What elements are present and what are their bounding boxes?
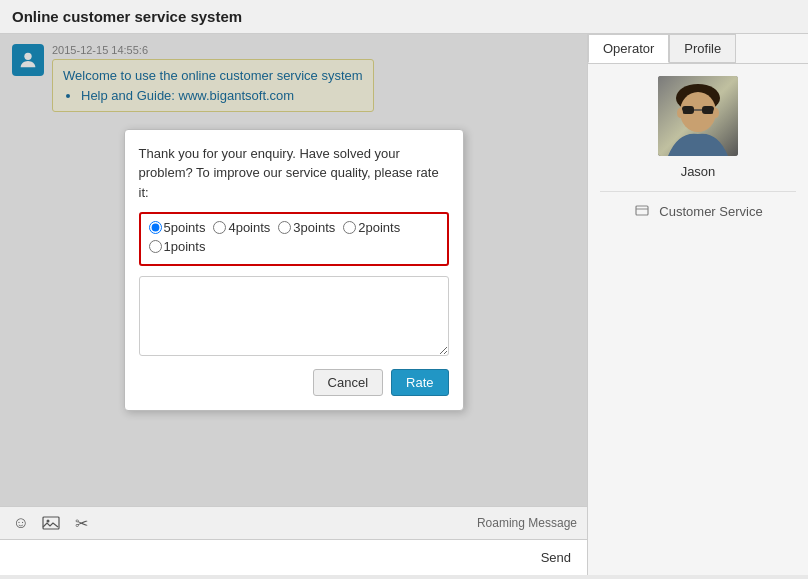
svg-rect-1 [43,517,59,529]
label-4points[interactable]: 4points [228,220,270,235]
rating-row-top: 5points 4points 3points [149,220,439,235]
radio-5points[interactable] [149,221,162,234]
modal-overlay: Thank you for your enquiry. Have solved … [0,34,587,506]
radio-1points[interactable] [149,240,162,253]
operator-profile: Jason Customer Service [588,64,808,236]
rating-option-1[interactable]: 1points [149,239,206,254]
rating-option-5[interactable]: 5points [149,220,206,235]
svg-point-9 [677,108,683,118]
send-button[interactable]: Send [533,546,579,569]
rating-row-bottom: 1points [149,239,439,254]
title-bar: Online customer service system [0,0,808,34]
cancel-button[interactable]: Cancel [313,369,383,396]
label-5points[interactable]: 5points [164,220,206,235]
rating-modal: Thank you for your enquiry. Have solved … [124,129,464,412]
rate-button[interactable]: Rate [391,369,448,396]
modal-message: Thank you for your enquiry. Have solved … [139,144,449,203]
operator-photo [658,76,738,156]
radio-4points[interactable] [213,221,226,234]
divider [600,191,796,192]
operator-name: Jason [681,164,716,179]
right-tabs: Operator Profile [588,34,808,64]
customer-service-label: Customer Service [659,204,762,219]
chat-messages: 2015-12-15 14:55:6 Welcome to use the on… [0,34,587,506]
smiley-icon[interactable]: ☺ [10,512,32,534]
customer-service-icon [633,202,651,220]
tab-profile[interactable]: Profile [669,34,736,63]
right-panel: Operator Profile [588,34,808,575]
rating-option-2[interactable]: 2points [343,220,400,235]
chat-input-area: Send [0,539,587,575]
svg-point-10 [713,108,719,118]
app-title: Online customer service system [12,8,242,25]
svg-rect-7 [702,106,714,114]
radio-2points[interactable] [343,221,356,234]
svg-rect-11 [636,206,648,215]
comment-textarea[interactable] [139,276,449,356]
operator-photo-inner [658,76,738,156]
rating-option-4[interactable]: 4points [213,220,270,235]
label-1points[interactable]: 1points [164,239,206,254]
scissors-icon[interactable]: ✂ [70,512,92,534]
image-icon[interactable] [40,512,62,534]
svg-point-2 [47,520,50,523]
svg-rect-6 [682,106,694,114]
roaming-label: Roaming Message [477,516,577,530]
main-layout: 2015-12-15 14:55:6 Welcome to use the on… [0,34,808,575]
radio-3points[interactable] [278,221,291,234]
label-2points[interactable]: 2points [358,220,400,235]
rating-options-container: 5points 4points 3points [139,212,449,266]
chat-area: 2015-12-15 14:55:6 Welcome to use the on… [0,34,588,575]
tab-operator[interactable]: Operator [588,34,669,63]
chat-input[interactable] [8,550,533,565]
chat-toolbar: ☺ ✂ Roaming Message [0,506,587,539]
modal-buttons: Cancel Rate [139,369,449,396]
customer-service-row: Customer Service [633,198,762,224]
label-3points[interactable]: 3points [293,220,335,235]
rating-option-3[interactable]: 3points [278,220,335,235]
